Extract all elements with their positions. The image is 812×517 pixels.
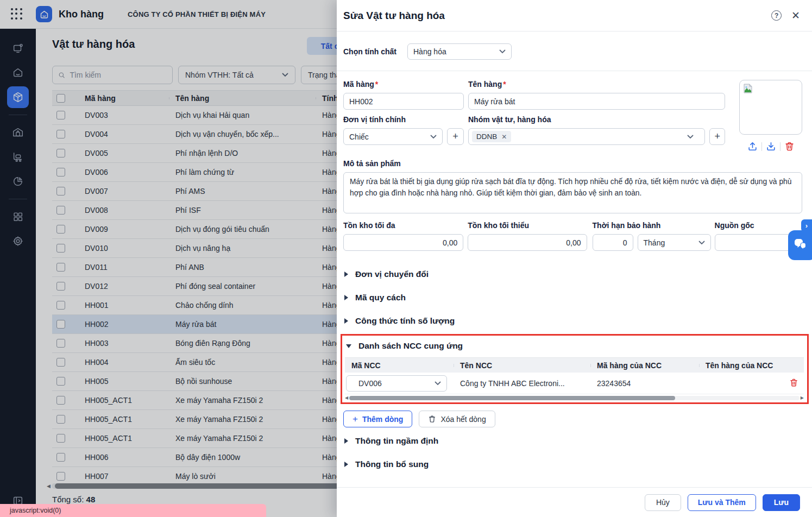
drawer-header: Sửa Vật tư hàng hóa ? ✕: [337, 0, 812, 31]
chat-bubbles-icon: [793, 238, 807, 253]
triangle-right-icon: [344, 462, 348, 467]
description-label: Mô tả sản phẩm: [343, 159, 802, 168]
min-stock-input[interactable]: [468, 234, 587, 251]
highlight-annotation-box: Danh sách NCC cung ứng Mã NCC Tên NCC Mã…: [341, 334, 809, 404]
accordion-section[interactable]: Công thức tính số lượng: [343, 311, 802, 331]
broken-image-icon: [742, 83, 753, 94]
collapsed-sections: Đơn vị chuyển đổi Mã quy cách Công thức …: [343, 264, 802, 331]
accordion-section-ncc[interactable]: Danh sách NCC cung ứng: [345, 338, 804, 354]
name-input[interactable]: [468, 93, 725, 110]
chevron-down-icon: [687, 135, 694, 139]
ncc-col-supplier-code: Mã hàng của NCC: [590, 361, 699, 370]
chevron-down-icon: [430, 135, 437, 139]
group-chip[interactable]: DDNB✕: [472, 131, 511, 142]
scroll-right-arrow[interactable]: ▶: [801, 395, 804, 400]
download-image-icon[interactable]: [766, 141, 776, 152]
ncc-col-code: Mã NCC: [345, 361, 454, 370]
save-button[interactable]: Lưu: [763, 494, 800, 511]
accordion-section[interactable]: Mã quy cách: [343, 287, 802, 308]
unit-label: Đơn vị tính chính: [343, 115, 464, 124]
triangle-right-icon: [344, 438, 348, 444]
status-link-preview: javascript:void(0): [0, 504, 266, 517]
section-title: Thông tin ngầm định: [355, 436, 438, 446]
description-textarea[interactable]: Máy rửa bát là thiết bị gia dụng giúp rử…: [343, 172, 802, 213]
code-input[interactable]: [343, 93, 464, 110]
unit-value: Chiếc: [349, 133, 369, 141]
triangle-right-icon: [344, 272, 348, 277]
section-title: Công thức tính số lượng: [355, 316, 455, 326]
chevron-down-icon: [499, 49, 506, 54]
help-icon[interactable]: ?: [771, 10, 782, 21]
app-root: Kho hàng CÔNG TY CỔ PHẦN THIẾT BỊ ĐIỆN M…: [0, 0, 812, 517]
ncc-horizontal-scrollbar[interactable]: ◀ ▶: [345, 395, 804, 400]
ncc-table-row: DV006 Công ty TNHH ABC Electroni... 2324…: [345, 373, 804, 394]
ncc-name-value: Công ty TNHH ABC Electroni...: [454, 379, 590, 388]
drawer-footer: Hủy Lưu và Thêm Lưu: [337, 487, 812, 517]
ncc-table-header: Mã NCC Tên NCC Mã hàng của NCC Tên hàng …: [345, 358, 804, 373]
close-icon[interactable]: ✕: [791, 10, 800, 21]
chip-remove-icon[interactable]: ✕: [501, 133, 507, 141]
add-row-button[interactable]: + Thêm dòng: [343, 411, 412, 427]
modal-overlay[interactable]: [0, 0, 337, 517]
scroll-left-arrow[interactable]: ◀: [345, 395, 348, 400]
upload-image-icon[interactable]: [747, 141, 758, 152]
nature-select[interactable]: Hàng hóa: [407, 43, 512, 60]
name-label: Tên hàng*: [468, 80, 725, 89]
triangle-down-icon: [346, 344, 351, 348]
save-and-add-button[interactable]: Lưu và Thêm: [688, 494, 756, 511]
edit-item-drawer: Sửa Vật tư hàng hóa ? ✕ Chọn tính chất H…: [337, 0, 812, 517]
section-title: Mã quy cách: [355, 293, 406, 302]
origin-label: Nguồn gốc: [715, 221, 802, 230]
ncc-scrollbar-thumb[interactable]: [349, 396, 675, 400]
nature-value: Hàng hóa: [413, 47, 446, 56]
ncc-supplier-code-value: 23243654: [590, 379, 699, 388]
chat-widget-button[interactable]: [788, 230, 812, 260]
max-stock-input[interactable]: [343, 234, 463, 251]
drawer-title: Sửa Vật tư hàng hóa: [343, 10, 445, 22]
group-multiselect[interactable]: DDNB✕: [468, 128, 705, 145]
nature-label: Chọn tính chất: [343, 47, 396, 56]
ncc-col-supplier-name: Tên hàng của NCC: [699, 361, 804, 370]
section-title: Đơn vị chuyển đổi: [355, 269, 429, 279]
accordion-section[interactable]: Thông tin bổ sung: [343, 454, 802, 475]
trash-icon: [428, 415, 436, 423]
add-group-button[interactable]: +: [709, 128, 725, 145]
triangle-right-icon: [344, 318, 348, 324]
ncc-code-value: DV006: [352, 379, 382, 388]
ncc-table: Mã NCC Tên NCC Mã hàng của NCC Tên hàng …: [345, 357, 804, 400]
accordion-section[interactable]: Thông tin ngầm định: [343, 431, 802, 451]
section-title: Thông tin bổ sung: [355, 459, 429, 469]
unit-select[interactable]: Chiếc: [343, 128, 443, 145]
product-image-placeholder[interactable]: [739, 80, 802, 135]
plus-icon: +: [353, 414, 358, 425]
chevron-down-icon: [698, 241, 705, 245]
min-stock-label: Tồn kho tối thiểu: [468, 221, 587, 230]
ncc-col-name: Tên NCC: [454, 361, 590, 370]
delete-row-icon[interactable]: [783, 378, 798, 389]
chevron-down-icon: [428, 381, 441, 386]
cancel-button[interactable]: Hủy: [645, 494, 681, 511]
code-label: Mã hàng*: [343, 80, 464, 89]
delete-image-icon[interactable]: [784, 141, 795, 152]
max-stock-label: Tồn kho tối đa: [343, 221, 463, 230]
group-label: Nhóm vật tư, hàng hóa: [468, 115, 725, 124]
clear-rows-button[interactable]: Xóa hết dòng: [419, 411, 495, 427]
warranty-unit-value: Tháng: [644, 238, 665, 247]
ncc-section-title: Danh sách NCC cung ứng: [358, 341, 463, 351]
add-unit-button[interactable]: +: [447, 128, 464, 145]
warranty-input[interactable]: [593, 234, 633, 251]
ncc-code-select[interactable]: DV006: [346, 375, 447, 392]
warranty-unit-select[interactable]: Tháng: [638, 234, 711, 251]
warranty-label: Thời hạn bảo hành: [593, 221, 711, 230]
triangle-right-icon: [344, 295, 348, 300]
accordion-section[interactable]: Đơn vị chuyển đổi: [343, 264, 802, 285]
drawer-body: Chọn tính chất Hàng hóa Mã hàng* Tên: [337, 31, 812, 475]
bottom-sections: Thông tin ngầm định Thông tin bổ sung: [343, 431, 802, 475]
